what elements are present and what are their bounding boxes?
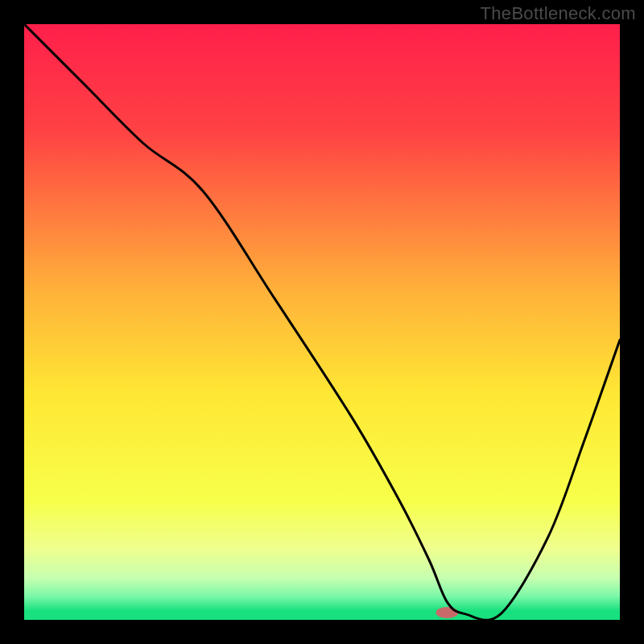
chart-svg xyxy=(24,24,620,620)
chart-container: TheBottleneck.com xyxy=(0,0,644,644)
watermark-label: TheBottleneck.com xyxy=(481,3,636,24)
optimal-point-marker xyxy=(436,607,458,618)
plot-area xyxy=(24,24,620,620)
